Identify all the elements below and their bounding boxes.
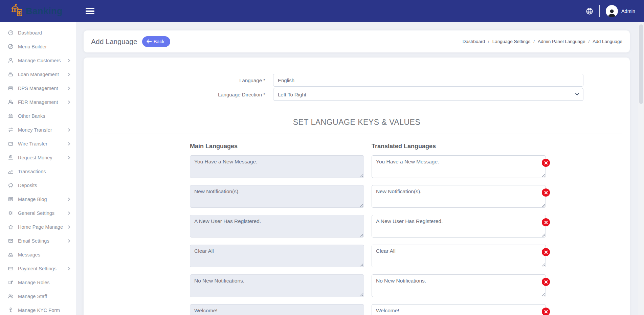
bank-logo-icon <box>10 4 24 19</box>
sidebar-item-general-settings[interactable]: General Settings <box>0 206 76 220</box>
sidebar-item-manage-roles[interactable]: Manage Roles <box>0 275 76 289</box>
blog-icon <box>7 196 14 202</box>
sidebar-item-dashboard[interactable]: Dashboard <box>0 26 76 40</box>
sidebar-item-dps-management[interactable]: DPS Management <box>0 81 76 95</box>
translated-language-cell: Clear All <box>372 245 546 267</box>
columns-header: Main Languages Translated Languages <box>190 143 622 150</box>
page-scrollbar[interactable] <box>638 22 644 315</box>
envelope-icon <box>7 238 14 244</box>
sidebar-item-request-money[interactable]: Request Money <box>0 151 76 164</box>
delete-translation-button[interactable] <box>542 188 550 197</box>
sidebar-item-menu-builder[interactable]: Menu Builder <box>0 40 76 53</box>
sidebar-item-manage-customers[interactable]: Manage Customers <box>0 53 76 67</box>
request-money-icon <box>7 155 14 160</box>
person-icon <box>7 307 14 313</box>
sidebar-item-other-banks[interactable]: Other Banks <box>0 109 76 123</box>
brand-name: Banking <box>26 6 63 17</box>
delete-translation-button[interactable] <box>542 248 550 256</box>
sidebar-item-label: Manage Customers <box>18 58 61 63</box>
language-direction-form-row: Language Direction * Left To Right <box>92 88 622 101</box>
translated-language-textarea[interactable]: New Notification(s). <box>372 185 546 208</box>
main-language-textarea[interactable]: Clear All <box>190 245 364 267</box>
gauge-icon <box>7 30 14 36</box>
language-row: A New User Has Registered. A New User Ha… <box>190 215 622 238</box>
sidebar-item-messages[interactable]: Messages <box>0 248 76 262</box>
delete-translation-button[interactable] <box>542 308 550 315</box>
back-button-label: Back <box>154 39 164 44</box>
translated-language-textarea[interactable]: Clear All <box>372 245 546 267</box>
main-language-cell: You Have a New Message. <box>190 155 364 178</box>
delete-translation-button[interactable] <box>542 218 550 226</box>
sidebar-item-deposits[interactable]: Deposits <box>0 178 76 192</box>
main-language-cell: Clear All <box>190 245 364 267</box>
breadcrumb-item-admin-panel-language[interactable]: Admin Panel Language <box>538 39 585 44</box>
chevron-right-icon <box>67 267 71 271</box>
sidebar-item-payment-settings[interactable]: Payment Settings <box>0 262 76 275</box>
main-language-cell: New Notification(s). <box>190 185 364 208</box>
language-row: Clear All Clear All <box>190 245 622 267</box>
cogs-icon <box>7 210 14 216</box>
delete-translation-button[interactable] <box>542 159 550 167</box>
user-icon <box>7 58 14 63</box>
sidebar-item-home-page-manage[interactable]: Home Page Manage <box>0 220 76 234</box>
sidebar-nav: Dashboard Menu Builder Manage Customers … <box>0 26 76 315</box>
users-icon <box>7 293 14 299</box>
chevron-right-icon <box>67 239 71 243</box>
navbar-divider <box>599 5 600 17</box>
breadcrumb-item-dashboard[interactable]: Dashboard <box>463 39 485 44</box>
language-input[interactable] <box>273 74 583 87</box>
main-language-cell: No New Notifications. <box>190 274 364 297</box>
navbar-right: Admin <box>586 5 644 17</box>
main-language-textarea[interactable]: You Have a New Message. <box>190 155 364 178</box>
translated-language-textarea[interactable]: No New Notifications. <box>372 274 546 297</box>
sidebar-item-wire-transfer[interactable]: Wire Transfer <box>0 137 76 151</box>
main-languages-header: Main Languages <box>190 143 364 150</box>
exchange-icon <box>7 127 14 133</box>
brand[interactable]: Banking <box>0 4 76 19</box>
bank-icon <box>7 113 14 119</box>
chevron-right-icon <box>67 100 71 104</box>
language-globe-button[interactable] <box>586 7 593 15</box>
translated-language-textarea[interactable]: A New User Has Registered. <box>372 215 546 238</box>
main-language-textarea[interactable]: New Notification(s). <box>190 185 364 208</box>
sidebar-item-label: FDR Management <box>18 99 58 105</box>
section-heading: SET LANGUAGE KEYS & VALUES <box>92 118 622 127</box>
breadcrumb-item-add-language[interactable]: Add Language <box>593 39 622 44</box>
delete-translation-button[interactable] <box>542 278 550 286</box>
sidebar-item-manage-kyc-form[interactable]: Manage KYC Form <box>0 303 76 315</box>
sidebar-item-label: Manage KYC Form <box>18 308 60 313</box>
breadcrumb-separator: / <box>588 39 590 44</box>
admin-label: Admin <box>621 8 635 14</box>
translated-language-cell: New Notification(s). <box>372 185 546 208</box>
scrollbar-thumb[interactable] <box>639 24 643 104</box>
page-title: Add Language <box>91 38 137 46</box>
language-direction-select[interactable]: Left To Right <box>273 88 583 101</box>
sidebar-item-fdr-management[interactable]: FDR Management <box>0 95 76 109</box>
sidebar-item-label: Request Money <box>18 155 52 160</box>
breadcrumb-separator: / <box>488 39 489 44</box>
back-button[interactable]: Back <box>142 36 170 47</box>
language-rows: You Have a New Message. You Have a New M… <box>92 155 622 315</box>
sidebar: Dashboard Menu Builder Manage Customers … <box>0 22 76 315</box>
breadcrumb-item-language-settings[interactable]: Language Settings <box>492 39 531 44</box>
sidebar-item-loan-management[interactable]: Loan Management <box>0 67 76 81</box>
main-language-textarea[interactable]: Welcome! <box>190 304 364 315</box>
sidebar-item-label: Manage Staff <box>18 294 47 299</box>
sidebar-item-transactions[interactable]: Transactions <box>0 164 76 178</box>
sidebar-item-money-transfer[interactable]: Money Transfer <box>0 123 76 137</box>
main-language-textarea[interactable]: No New Notifications. <box>190 274 364 297</box>
compass-icon <box>7 44 14 49</box>
chevron-right-icon <box>67 86 71 90</box>
sidebar-item-manage-staff[interactable]: Manage Staff <box>0 289 76 303</box>
sidebar-item-label: Messages <box>18 252 40 257</box>
home-icon <box>7 224 14 230</box>
translated-language-textarea[interactable]: You Have a New Message. <box>372 155 546 178</box>
hamburger-menu-button[interactable] <box>86 8 94 14</box>
sidebar-item-email-settings[interactable]: Email Settings <box>0 234 76 248</box>
chart-line-icon <box>7 168 14 174</box>
sidebar-item-manage-blog[interactable]: Manage Blog <box>0 192 76 206</box>
sidebar-item-label: Dashboard <box>18 30 42 36</box>
admin-menu[interactable]: Admin <box>606 5 635 17</box>
translated-language-textarea[interactable]: Welcome! <box>372 304 546 315</box>
main-language-textarea[interactable]: A New User Has Registered. <box>190 215 364 238</box>
